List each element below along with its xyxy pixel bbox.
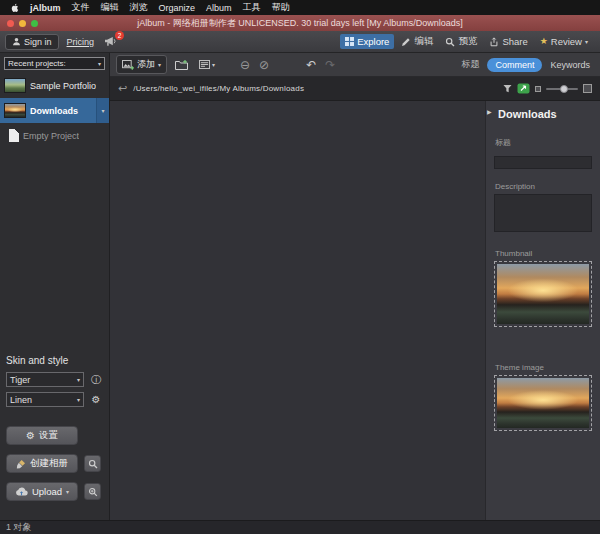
mode-switcher: Explore 编辑 预览 Share ★ Review ▾: [340, 33, 595, 50]
thumbnail-size-small-icon[interactable]: [535, 86, 541, 92]
apple-menu-icon[interactable]: [10, 2, 19, 13]
chevron-down-icon: ▾: [585, 39, 588, 45]
skin-select[interactable]: Tiger ▾: [6, 372, 84, 387]
explore-label: Explore: [357, 36, 389, 47]
pricing-link[interactable]: Pricing: [67, 37, 95, 47]
body-row: ▶ Downloads 标题 Description Thumbnail The…: [110, 101, 600, 520]
menu-organize[interactable]: Organize: [159, 3, 196, 13]
skin-info-button[interactable]: ⓘ: [89, 375, 103, 385]
thumbnail-size-large-icon[interactable]: [583, 84, 592, 93]
current-path: /Users/hello_wei_ifiles/My Albums/Downlo…: [133, 84, 304, 93]
chevron-down-icon: ▾: [77, 397, 80, 403]
project-item-sample-portfolio[interactable]: Sample Portfolio: [0, 73, 109, 98]
chevron-down-icon: ▾: [98, 61, 101, 67]
style-gear-button[interactable]: ⚙: [89, 395, 103, 405]
theme-image-dropzone[interactable]: [494, 375, 592, 431]
label-mode-switcher: 标题 Comment Keywords: [461, 58, 594, 72]
settings-button[interactable]: ⚙ 设置: [6, 426, 78, 445]
project-label: Downloads: [30, 106, 92, 116]
add-image-icon: [122, 60, 134, 70]
project-item-downloads[interactable]: Downloads ▾: [0, 98, 109, 123]
upload-button[interactable]: Upload ▾: [6, 482, 78, 501]
slider-knob[interactable]: [560, 85, 568, 93]
cloud-upload-icon: [15, 487, 28, 496]
import-button[interactable]: ▾: [196, 58, 218, 71]
project-label: Empty Project: [23, 131, 79, 141]
redo-button[interactable]: ↷: [323, 59, 337, 71]
exclude-button[interactable]: ⊘: [257, 59, 271, 71]
description-field-label: Description: [495, 182, 591, 191]
recent-projects-label: Recent projects:: [8, 59, 66, 68]
zoom-button[interactable]: [84, 483, 101, 500]
undo-button[interactable]: ↶: [304, 59, 318, 71]
edit-label: 编辑: [414, 35, 433, 48]
comment-mode-pill[interactable]: Comment: [487, 58, 542, 72]
project-thumbnail: [4, 103, 26, 118]
up-level-icon[interactable]: ↩: [118, 83, 127, 94]
style-select[interactable]: Linen ▾: [6, 392, 84, 407]
theme-image-label: Theme image: [495, 363, 591, 372]
project-menu-button[interactable]: ▾: [96, 98, 109, 123]
preview-label: 预览: [458, 35, 477, 48]
panel-title: Downloads: [498, 108, 592, 120]
thumbnail-size-slider[interactable]: [546, 88, 578, 90]
thumbnail-image: [497, 264, 589, 324]
project-thumbnail: [4, 78, 26, 93]
jalbum-app: jAlbum 文件 编辑 浏览 Organize Album 工具 帮助 jAl…: [0, 0, 600, 534]
sign-in-button[interactable]: Sign in: [5, 34, 59, 50]
explore-tab[interactable]: Explore: [340, 34, 394, 49]
thumbnail-dropzone[interactable]: [494, 261, 592, 327]
gear-icon: ⚙: [26, 431, 35, 441]
album-content-area[interactable]: [110, 101, 485, 520]
menu-tools[interactable]: 工具: [243, 1, 261, 14]
review-tab[interactable]: ★ Review ▾: [535, 34, 593, 49]
preview-album-button[interactable]: [84, 455, 101, 472]
review-label: Review: [551, 36, 582, 47]
skin-and-style-section: Skin and style Tiger ▾ ⓘ Linen ▾ ⚙: [0, 350, 109, 414]
caption-mode-label[interactable]: 标题: [461, 58, 479, 71]
create-album-label: 创建相册: [30, 457, 68, 470]
new-folder-button[interactable]: [172, 57, 191, 72]
add-label: 添加: [137, 58, 155, 71]
add-button[interactable]: 添加 ▾: [116, 55, 167, 74]
main-area: Recent projects: ▾ Sample Portfolio Down…: [0, 53, 600, 520]
project-item-empty-project[interactable]: Empty Project: [0, 123, 109, 148]
title-input[interactable]: [494, 156, 592, 169]
menu-browse[interactable]: 浏览: [130, 1, 148, 14]
close-button[interactable]: [7, 20, 14, 27]
sidebar-spacer: [0, 148, 109, 350]
announcements-button[interactable]: 2: [104, 36, 117, 47]
menu-file[interactable]: 文件: [72, 1, 90, 14]
path-bar: ↩ /Users/hello_wei_ifiles/My Albums/Down…: [110, 77, 600, 101]
menu-album[interactable]: Album: [206, 3, 232, 13]
output-folder-icon[interactable]: [517, 83, 530, 94]
document-icon: [9, 129, 19, 142]
import-list-icon: [199, 60, 210, 69]
remove-button[interactable]: ⊖: [238, 59, 252, 71]
description-input[interactable]: [494, 194, 592, 232]
theme-image: [497, 378, 589, 428]
zoom-window-button[interactable]: [31, 20, 38, 27]
menu-help[interactable]: 帮助: [272, 1, 290, 14]
chevron-down-icon: ▾: [77, 377, 80, 383]
minimize-button[interactable]: [19, 20, 26, 27]
folder-plus-icon: [175, 59, 188, 70]
share-icon: [489, 37, 499, 47]
macos-menubar: jAlbum 文件 编辑 浏览 Organize Album 工具 帮助: [0, 0, 600, 15]
title-field-label: 标题: [495, 137, 591, 148]
menu-jalbum[interactable]: jAlbum: [30, 3, 61, 13]
create-album-button[interactable]: 创建相册: [6, 454, 78, 473]
preview-tab[interactable]: 预览: [440, 33, 482, 50]
share-tab[interactable]: Share: [484, 34, 532, 49]
filter-funnel-icon[interactable]: [503, 84, 512, 93]
edit-tab[interactable]: 编辑: [396, 33, 438, 50]
brush-icon: [16, 459, 26, 469]
recent-projects-dropdown[interactable]: Recent projects: ▾: [4, 57, 105, 70]
path-bar-tools: [503, 83, 592, 94]
collapse-panel-arrow[interactable]: ▶: [487, 109, 492, 115]
chevron-down-icon: ▾: [66, 489, 69, 495]
menu-edit[interactable]: 编辑: [101, 1, 119, 14]
keywords-mode-label[interactable]: Keywords: [550, 60, 590, 70]
status-bar: 1 对象: [0, 520, 600, 534]
center-column: 添加 ▾ ▾ ⊖ ⊘ ↶ ↷ 标题 Comment Keyword: [110, 53, 600, 520]
